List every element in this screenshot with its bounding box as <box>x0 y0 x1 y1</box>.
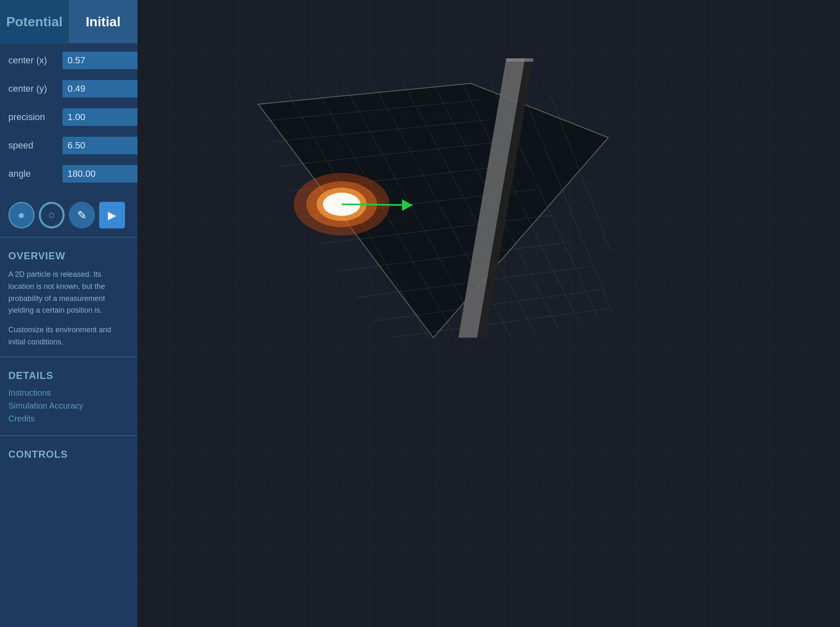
link-credits[interactable]: Credits <box>8 414 129 424</box>
tool-circle-ring-button[interactable]: ○ <box>39 202 65 228</box>
pencil-icon: ✎ <box>77 208 87 222</box>
toolbar: ● ○ ✎ ▶ <box>0 198 138 237</box>
circle-ring-icon: ○ <box>48 208 55 222</box>
sidebar: Potential Initial center (x) center (y) … <box>0 0 138 627</box>
tool-pencil-button[interactable]: ✎ <box>69 202 95 228</box>
param-row-center-y: center (y) <box>8 80 129 98</box>
tool-circle-filled-button[interactable]: ● <box>8 202 35 228</box>
scene-canvas <box>138 0 840 627</box>
viewport[interactable] <box>138 0 840 627</box>
section-divider-controls <box>0 435 138 436</box>
tab-bar: Potential Initial <box>0 0 138 43</box>
param-input-precision[interactable] <box>62 108 138 126</box>
details-section: DETAILS Instructions Simulation Accuracy… <box>0 366 138 435</box>
section-divider-details <box>0 356 138 357</box>
param-label-precision: precision <box>8 112 62 123</box>
param-label-center-y: center (y) <box>8 83 62 94</box>
section-divider-overview <box>0 237 138 238</box>
svg-line-66 <box>342 204 412 205</box>
params-section: center (x) center (y) precision speed an… <box>0 43 138 198</box>
overview-text2: Customize its environment and initial co… <box>8 324 129 348</box>
param-row-speed: speed <box>8 137 129 154</box>
link-instructions[interactable]: Instructions <box>8 388 129 398</box>
param-input-center-x[interactable] <box>62 52 138 69</box>
play-icon: ▶ <box>108 209 116 222</box>
param-input-center-y[interactable] <box>62 80 138 98</box>
tab-initial-label: Initial <box>86 14 121 30</box>
param-row-angle: angle <box>8 165 129 183</box>
param-row-center-x: center (x) <box>8 52 129 69</box>
param-input-angle[interactable] <box>62 165 138 183</box>
details-title: DETAILS <box>8 370 129 381</box>
param-label-angle: angle <box>8 168 62 179</box>
link-simulation-accuracy[interactable]: Simulation Accuracy <box>8 401 129 411</box>
param-label-speed: speed <box>8 140 62 151</box>
overview-section: OVERVIEW A 2D particle is released. Its … <box>0 246 138 356</box>
param-row-precision: precision <box>8 108 129 126</box>
overview-title: OVERVIEW <box>8 250 129 262</box>
tab-potential-label: Potential <box>6 14 62 30</box>
svg-marker-61 <box>506 58 533 62</box>
circle-filled-icon: ● <box>18 208 25 222</box>
controls-section: CONTROLS <box>0 444 138 475</box>
overview-text1: A 2D particle is released. Its location … <box>8 268 129 316</box>
param-label-center-x: center (x) <box>8 55 62 66</box>
controls-title: CONTROLS <box>8 449 129 460</box>
param-input-speed[interactable] <box>62 137 138 154</box>
tab-potential[interactable]: Potential <box>0 0 69 43</box>
tab-initial[interactable]: Initial <box>69 0 138 43</box>
tool-play-button[interactable]: ▶ <box>99 202 125 228</box>
